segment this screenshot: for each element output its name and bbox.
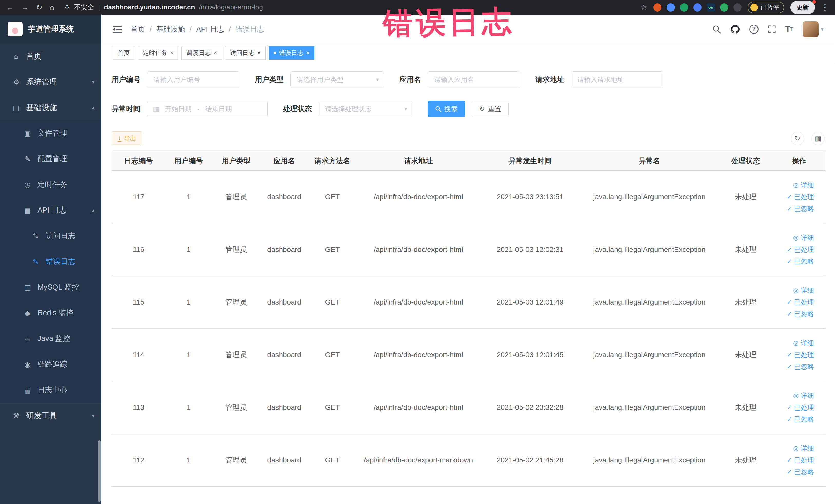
browser-home-icon[interactable]: ⌂ [49, 4, 54, 11]
process-status-select-input[interactable] [319, 101, 412, 117]
refresh-table-button[interactable]: ↻ [791, 132, 804, 145]
extension-sprout-icon[interactable] [720, 3, 728, 12]
sidebar-item-label: 日志中心 [38, 385, 95, 395]
action-detail-link[interactable]: ◎详细 [773, 337, 814, 349]
fullscreen-icon[interactable] [768, 25, 776, 33]
github-icon[interactable] [730, 24, 740, 34]
action-detail-link[interactable]: ◎详细 [773, 284, 814, 296]
search-button[interactable]: 搜索 [428, 101, 465, 117]
extension-paw-icon[interactable] [733, 3, 741, 12]
update-notification-dot [812, 0, 816, 4]
cell-exception-time: 2021-05-02 21:45:28 [480, 434, 580, 486]
breadcrumb-item[interactable]: 基础设施 [156, 24, 185, 34]
chevron-down-icon: ▾ [92, 79, 95, 85]
reset-button[interactable]: ↻ 重置 [472, 101, 509, 117]
breadcrumb-item[interactable]: API 日志 [196, 24, 224, 34]
sidebar-item-infrastructure[interactable]: ▤基础设施▴ [0, 95, 101, 120]
action-mark-processed-link[interactable]: ✓已处理 [773, 349, 814, 361]
tab-close-icon[interactable]: × [306, 50, 309, 56]
action-mark-processed-link[interactable]: ✓已处理 [773, 296, 814, 308]
user-id-input[interactable] [147, 72, 240, 88]
tab-定时任务[interactable]: 定时任务× [138, 46, 178, 60]
action-detail-link[interactable]: ◎详细 [773, 179, 814, 191]
sidebar-item-access-log[interactable]: ✎访问日志 [0, 223, 101, 249]
browser-reload-icon[interactable]: ↻ [36, 4, 42, 11]
action-detail-link[interactable]: ◎详细 [773, 442, 814, 454]
sidebar-item-file-management[interactable]: ▣文件管理 [0, 120, 101, 146]
sidebar-item-home[interactable]: ⌂首页 [0, 43, 101, 69]
action-label: 已忽略 [794, 308, 814, 320]
tab-访问日志[interactable]: 访问日志× [225, 46, 266, 60]
column-settings-button[interactable]: ▥ [811, 132, 825, 145]
chevron-up-icon: ▴ [92, 104, 95, 111]
app-name-input[interactable] [428, 72, 520, 88]
action-mark-processed-link[interactable]: ✓已处理 [773, 402, 814, 414]
action-mark-ignored-link[interactable]: ✓已忽略 [773, 414, 814, 425]
cell-status: 未处理 [719, 434, 773, 486]
address-bar[interactable]: ⚠ 不安全 | dashboard.yudao.iocoder.cn/infra… [64, 3, 633, 12]
browser-forward-icon[interactable]: → [21, 4, 29, 11]
process-status-select[interactable]: ▾ [319, 101, 412, 117]
help-icon[interactable]: ? [749, 25, 758, 34]
sidebar-item-dev-tools[interactable]: ⚒研发工具▾ [0, 403, 101, 428]
bookmark-star-icon[interactable]: ☆ [640, 4, 647, 11]
sidebar-item-log-center[interactable]: ▦日志中心 [0, 377, 101, 403]
browser-back-icon[interactable]: ← [6, 4, 14, 11]
sidebar-item-config-management[interactable]: ✎配置管理 [0, 146, 101, 172]
font-size-icon[interactable]: TT [785, 24, 793, 34]
cell-user-type: 管理员 [212, 329, 261, 381]
request-url-input[interactable] [571, 72, 663, 88]
action-mark-ignored-link[interactable]: ✓已忽略 [773, 308, 814, 320]
browser-menu-icon[interactable]: ⋮ [821, 4, 829, 11]
column-header: 应用名 [261, 151, 308, 171]
extension-record-icon[interactable] [653, 3, 661, 12]
action-mark-processed-link[interactable]: ✓已处理 [773, 191, 814, 203]
action-mark-ignored-link[interactable]: ✓已忽略 [773, 256, 814, 267]
tab-调度日志[interactable]: 调度日志× [182, 46, 222, 60]
tab-错误日志[interactable]: 错误日志× [269, 46, 314, 60]
export-button[interactable]: ↓ 导出 [111, 132, 142, 145]
sidebar-item-label: 链路追踪 [38, 359, 95, 369]
action-mark-ignored-link[interactable]: ✓已忽略 [773, 361, 814, 372]
user-menu[interactable]: ▾ [803, 21, 824, 37]
action-detail-link[interactable]: ◎详细 [773, 390, 814, 402]
extension-drop-icon[interactable] [667, 3, 675, 12]
cell-status: 未处理 [719, 171, 773, 223]
user-type-select[interactable]: ▾ [290, 72, 384, 88]
tab-close-icon[interactable]: × [257, 50, 261, 56]
action-mark-ignored-link[interactable]: ✓已忽略 [773, 203, 814, 215]
action-mark-processed-link[interactable]: ✓已处理 [773, 244, 814, 256]
cell-app-name: dashboard [261, 434, 308, 486]
extension-grid-icon[interactable] [693, 3, 701, 12]
breadcrumb-item[interactable]: 首页 [131, 24, 145, 34]
tab-close-icon[interactable]: × [170, 50, 174, 56]
extension-on-switch-icon[interactable]: on [707, 3, 715, 12]
action-mark-processed-link[interactable]: ✓已处理 [773, 454, 814, 466]
sidebar-item-system-management[interactable]: ⚙系统管理▾ [0, 69, 101, 95]
search-icon[interactable] [712, 25, 721, 34]
sidebar-item-error-log[interactable]: ✎错误日志 [0, 249, 101, 275]
sidebar-item-link-tracing[interactable]: ◉链路追踪 [0, 351, 101, 377]
browser-update-button[interactable]: 更新 [790, 1, 815, 14]
exception-time-range-picker[interactable]: ▦ 开始日期 - 结束日期 [147, 101, 268, 117]
user-type-select-input[interactable] [290, 72, 384, 88]
sidebar-item-mysql-monitor[interactable]: ▥MySQL 监控 [0, 275, 101, 300]
sidebar-toggle-button[interactable] [113, 25, 122, 33]
sidebar-item-label: 文件管理 [38, 128, 95, 138]
action-detail-link[interactable]: ◎详细 [773, 232, 814, 244]
tab-首页[interactable]: 首页 [113, 46, 135, 60]
cell-request-url: /api/infra/db-doc/export-markdown [357, 434, 480, 486]
cell-request-url: /api/infra/db-doc/export-html [357, 329, 480, 381]
tab-close-icon[interactable]: × [213, 50, 217, 56]
sidebar-item-redis-monitor[interactable]: ◆Redis 监控 [0, 300, 101, 326]
sidebar-scrollbar[interactable] [98, 440, 101, 502]
action-mark-ignored-link[interactable]: ✓已忽略 [773, 466, 814, 478]
extension-circle-green-icon[interactable] [680, 3, 688, 12]
cell-user-id: 1 [166, 434, 212, 486]
sidebar-item-scheduled-tasks[interactable]: ◷定时任务 [0, 172, 101, 198]
sidebar-item-api-log[interactable]: ▤API 日志▴ [0, 198, 101, 223]
redis-icon: ◆ [23, 309, 32, 317]
sidebar-item-java-monitor[interactable]: ☕Java 监控 [0, 326, 101, 351]
app-logo-row[interactable]: 芋道管理系统 [0, 15, 101, 43]
paused-badge[interactable]: 已暂停 [748, 2, 784, 13]
